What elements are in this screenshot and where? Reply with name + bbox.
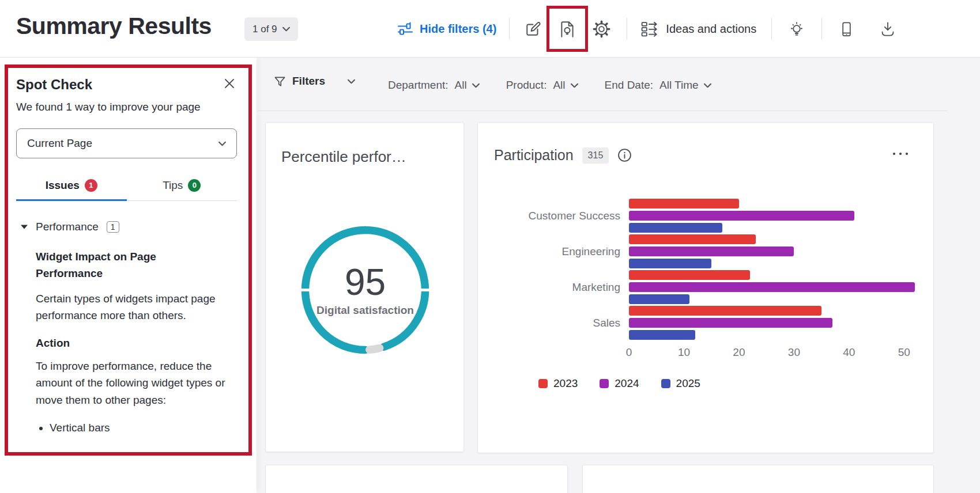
- ellipsis-icon: [892, 151, 909, 156]
- chevron-down-icon: [571, 83, 578, 88]
- gear-icon: [593, 20, 610, 38]
- bar-group: Sales: [478, 306, 933, 340]
- x-axis: 01020304050: [629, 346, 921, 360]
- widget-options-button[interactable]: [892, 149, 909, 158]
- bar-2024[interactable]: [629, 211, 854, 221]
- spot-check-button[interactable]: [556, 17, 579, 40]
- chevron-down-icon: [218, 141, 226, 146]
- percentile-widget: Percentile perfor… 95 Digital satisfacti…: [265, 122, 464, 452]
- category-label: Customer Success: [478, 199, 620, 233]
- dashboard-page: Summary Results 1 of 9 Hide filters (4): [0, 0, 980, 493]
- tab-issues-label: Issues: [46, 179, 80, 192]
- chevron-down-icon: [282, 26, 290, 32]
- chevron-down-icon: [472, 83, 480, 88]
- filter-value: All: [553, 79, 565, 92]
- bar-2025[interactable]: [629, 294, 689, 304]
- issue-description: Certain types of widgets impact page per…: [36, 290, 237, 324]
- legend-label: 2025: [676, 377, 700, 390]
- bottom-left-widget: [265, 465, 568, 493]
- tab-tips-label: Tips: [163, 179, 183, 192]
- chevron-down-icon: [704, 83, 711, 88]
- bar-2025[interactable]: [629, 259, 711, 268]
- hide-filters-button[interactable]: Hide filters (4): [397, 20, 496, 37]
- spot-check-title: Spot Check: [16, 77, 92, 93]
- main-area: Filters Department:AllProduct:AllEnd Dat…: [257, 58, 980, 493]
- caret-down-icon: [21, 225, 28, 229]
- tips-count-badge: 0: [188, 179, 201, 192]
- lightbulb-icon: [788, 20, 805, 37]
- performance-section-toggle[interactable]: Performance 1: [21, 221, 119, 233]
- ideas-actions-label: Ideas and actions: [666, 22, 756, 36]
- page-selector[interactable]: 1 of 9: [244, 17, 298, 41]
- download-icon: [879, 20, 896, 37]
- spot-check-button-wrap: [556, 17, 579, 40]
- bar-group: Marketing: [478, 270, 933, 304]
- issue-title: Widget Impact on Page Performance: [36, 248, 214, 282]
- close-icon: [223, 77, 236, 90]
- hide-filters-label: Hide filters (4): [420, 22, 496, 36]
- filters-label: Filters: [292, 75, 325, 88]
- spot-check-icon: [558, 20, 576, 38]
- info-icon[interactable]: [617, 148, 632, 162]
- tab-issues[interactable]: Issues 1: [16, 171, 127, 201]
- x-tick: 0: [626, 346, 632, 359]
- content-area: Spot Check We found 1 way to improve you…: [0, 58, 980, 493]
- bar-stack: [629, 234, 921, 268]
- bottom-right-widget: [582, 465, 934, 493]
- header: Summary Results 1 of 9 Hide filters (4): [0, 0, 980, 58]
- bar-stack: [629, 199, 921, 233]
- legend-item[interactable]: 2025: [661, 377, 700, 390]
- bar-2024[interactable]: [629, 282, 915, 292]
- divider: [771, 18, 772, 40]
- legend-item[interactable]: 2023: [538, 377, 578, 390]
- settings-button[interactable]: [590, 18, 613, 40]
- filter-end-date[interactable]: End Date:All Time: [605, 79, 711, 92]
- performance-count-chip: 1: [107, 221, 119, 233]
- response-count-badge: 315: [582, 147, 609, 164]
- ideas-actions-icon: [640, 20, 659, 39]
- bar-2023[interactable]: [629, 306, 821, 316]
- divider: [821, 18, 822, 40]
- ideas-actions-button[interactable]: Ideas and actions: [640, 20, 756, 39]
- category-label: Engineering: [478, 234, 620, 268]
- bar-2024[interactable]: [629, 318, 832, 328]
- bar-2025[interactable]: [629, 330, 695, 340]
- performance-section-label: Performance: [36, 221, 99, 233]
- filter-value: All Time: [659, 79, 699, 92]
- divider: [509, 18, 510, 40]
- x-tick: 10: [678, 346, 690, 359]
- bar-group: Customer Success: [478, 199, 933, 233]
- gauge: 95 Digital satisfaction: [295, 219, 436, 361]
- legend-label: 2024: [615, 377, 639, 390]
- mobile-preview-button[interactable]: [836, 18, 857, 40]
- sliders-icon: [397, 20, 414, 37]
- x-tick: 40: [843, 346, 855, 359]
- bar-2023[interactable]: [629, 234, 756, 244]
- spot-check-subtitle: We found 1 way to improve your page: [16, 101, 237, 113]
- divider: [258, 111, 947, 111]
- filter-product[interactable]: Product:All: [506, 79, 578, 92]
- bar-2025[interactable]: [629, 223, 722, 233]
- export-button[interactable]: [877, 18, 899, 40]
- bar-2024[interactable]: [629, 246, 794, 256]
- spot-check-panel: Spot Check We found 1 way to improve you…: [0, 58, 257, 493]
- close-button[interactable]: [222, 76, 237, 93]
- insights-lightbulb-button[interactable]: [786, 18, 808, 40]
- divider: [627, 18, 627, 40]
- legend-item[interactable]: 2024: [600, 377, 639, 390]
- bar-2023[interactable]: [629, 199, 739, 208]
- issue-action-label: Action: [36, 337, 237, 350]
- bar-2023[interactable]: [629, 270, 750, 280]
- edit-dashboard-button[interactable]: [522, 18, 544, 40]
- page-selector-label: 1 of 9: [252, 24, 277, 35]
- x-tick: 50: [898, 346, 910, 359]
- scope-select[interactable]: Current Page: [16, 128, 237, 158]
- filter-chips: Department:AllProduct:AllEnd Date:All Ti…: [388, 75, 711, 96]
- funnel-icon: [274, 75, 286, 88]
- bar-stack: [629, 306, 921, 340]
- filter-department[interactable]: Department:All: [388, 79, 480, 92]
- issue-action-text: To improve performance, reduce the amoun…: [36, 358, 237, 408]
- bar-stack: [629, 270, 921, 304]
- filters-toggle[interactable]: Filters: [274, 75, 355, 88]
- tab-tips[interactable]: Tips 0: [127, 171, 238, 201]
